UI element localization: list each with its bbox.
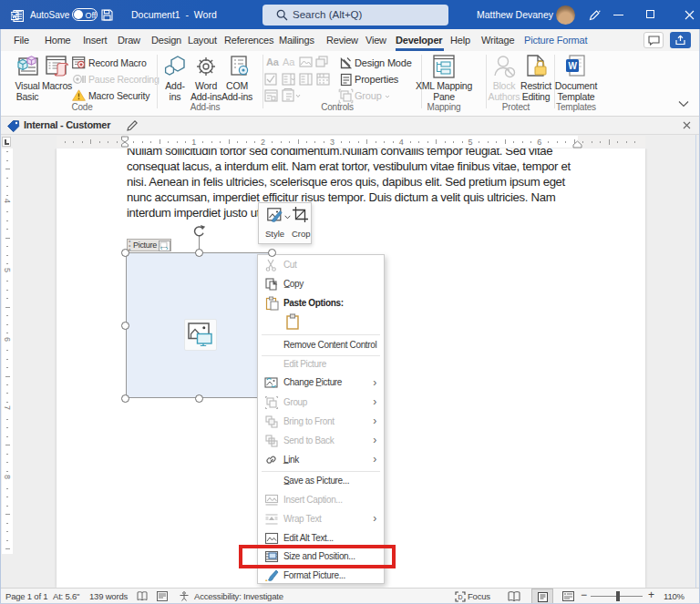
svg-text:Properties: Properties (355, 74, 399, 85)
svg-text:W: W (568, 61, 577, 71)
svg-text:Aa: Aa (283, 56, 295, 67)
svg-text:D: D (458, 594, 462, 600)
svg-text:Aa: Aa (266, 56, 280, 67)
svg-text:Design Mode: Design Mode (355, 57, 412, 68)
svg-text:Group: Group (355, 90, 382, 101)
